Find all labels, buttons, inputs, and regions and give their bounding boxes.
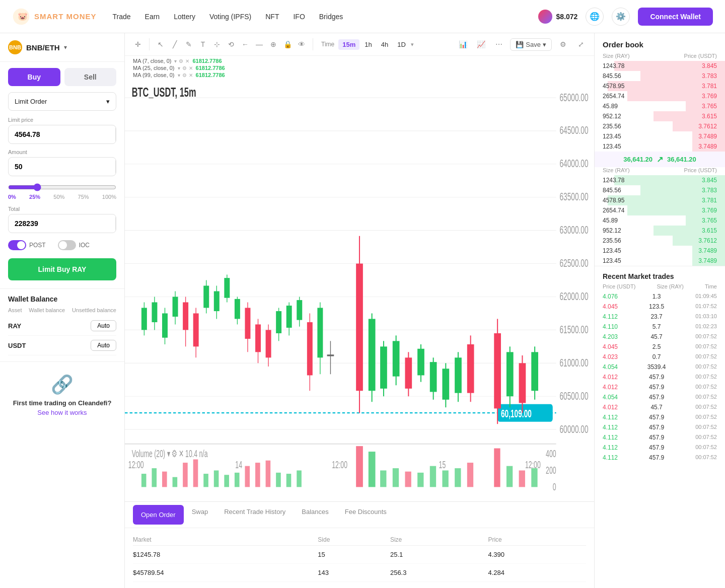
connect-wallet-button[interactable]: Connect Wallet: [638, 8, 713, 26]
cursor-icon[interactable]: ↖: [154, 37, 168, 51]
ma-7-close-icon[interactable]: ✕: [185, 58, 189, 64]
ma-7-eye-icon[interactable]: ▾: [174, 58, 177, 64]
tab-swap[interactable]: Swap: [184, 502, 216, 528]
order-type-dropdown[interactable]: Limit Order ▾: [8, 92, 116, 111]
ma-25-close-icon[interactable]: ✕: [189, 65, 193, 71]
limit-price-input[interactable]: [9, 125, 115, 143]
tab-open-order[interactable]: Open Order: [133, 505, 184, 525]
settings-chart-icon[interactable]: ⋯: [492, 37, 506, 51]
nav-ifo[interactable]: IFO: [293, 13, 305, 21]
bid-row[interactable]: 45.89 3.765: [595, 215, 725, 226]
rt-time: 00:07:52: [695, 343, 717, 350]
bid-row[interactable]: 952.12 3.615: [595, 226, 725, 236]
buy-button[interactable]: Buy: [8, 68, 60, 86]
ma-7-settings-icon[interactable]: ⚙: [179, 58, 183, 64]
limit-buy-button[interactable]: Limit Buy RAY: [8, 258, 116, 280]
promo-link[interactable]: See how it works: [37, 409, 87, 416]
time-selector: Time 15m 1h 4h 1D ▾: [321, 39, 414, 50]
back-icon[interactable]: ←: [238, 37, 252, 51]
tab-balances[interactable]: Balances: [294, 502, 336, 528]
draw-icon[interactable]: ✎: [182, 37, 196, 51]
ask-row[interactable]: 952.12 3.615: [595, 111, 725, 121]
time-15m[interactable]: 15m: [338, 39, 359, 50]
ask-row[interactable]: 1243.78 3.845: [595, 61, 725, 71]
ma-7-controls: ▾ ⚙ ✕: [174, 58, 189, 64]
magnet-icon[interactable]: ⟲: [224, 37, 238, 51]
tab-fee-discounts[interactable]: Fee Discounts: [337, 502, 395, 528]
svg-rect-109: [235, 473, 240, 487]
chart-settings-icon[interactable]: ⚙: [556, 37, 570, 51]
auto-button-ray[interactable]: Auto: [91, 320, 116, 331]
bid-row[interactable]: 123.45 3.7489: [595, 246, 725, 256]
ask-row[interactable]: 235.56 3.7612: [595, 121, 725, 131]
trendline-icon[interactable]: ╱: [168, 37, 182, 51]
bid-row[interactable]: 235.56 3.7612: [595, 236, 725, 246]
nav-voting[interactable]: Voting (IPFS): [209, 13, 251, 21]
ask-row[interactable]: 123.45 3.7489: [595, 131, 725, 141]
candlestick-icon[interactable]: 📈: [474, 37, 488, 51]
fullscreen-icon[interactable]: ⤢: [574, 37, 588, 51]
logo[interactable]: 🐷 SMART MONEY: [12, 8, 97, 26]
nav-trade[interactable]: Trade: [113, 13, 131, 21]
amount-input[interactable]: [9, 158, 115, 176]
ma-25-settings-icon[interactable]: ⚙: [182, 65, 187, 71]
ma-99-eye-icon[interactable]: ▾: [178, 72, 180, 78]
ask-row[interactable]: 4578.95 3.781: [595, 81, 725, 91]
eye-icon[interactable]: 👁: [295, 37, 309, 51]
amount-group: Amount ETH ▾: [8, 149, 116, 176]
limit-price-token-select[interactable]: BNB ▾: [115, 125, 116, 143]
total-token-select[interactable]: BNB ▾: [115, 214, 116, 233]
nav-bridges[interactable]: Bridges: [319, 13, 343, 21]
total-input[interactable]: [9, 214, 115, 233]
save-button[interactable]: 💾 Save ▾: [510, 38, 552, 51]
ioc-toggle[interactable]: [58, 240, 76, 250]
table-row[interactable]: $1245.78 15 25.1 4.390: [133, 546, 586, 564]
bid-row[interactable]: 2654.74 3.769: [595, 205, 725, 215]
nav-earn[interactable]: Earn: [145, 13, 160, 21]
pair-selector[interactable]: BNB BNB/ETH ▾: [0, 33, 124, 62]
time-1d[interactable]: 1D: [393, 39, 410, 50]
time-4h[interactable]: 4h: [377, 39, 392, 50]
bid-row[interactable]: 845.56 3.783: [595, 185, 725, 195]
crosshair-icon[interactable]: ✛: [131, 37, 145, 51]
save-label: Save: [526, 41, 541, 48]
slider-label-25: 25%: [29, 194, 40, 200]
limit-price-input-wrapper: BNB ▾: [8, 125, 116, 144]
ob-ask-size: 45.89: [603, 103, 618, 110]
ask-row[interactable]: 2654.74 3.769: [595, 91, 725, 101]
time-more-icon[interactable]: ▾: [411, 41, 414, 48]
bar-chart-icon[interactable]: 📊: [456, 37, 470, 51]
sell-button[interactable]: Sell: [64, 68, 117, 86]
ma-99-close-icon[interactable]: ✕: [189, 72, 193, 78]
post-toggle[interactable]: [8, 240, 26, 250]
auto-button-usdt[interactable]: Auto: [91, 340, 116, 351]
ma-99-settings-icon[interactable]: ⚙: [182, 72, 187, 78]
text-icon[interactable]: T: [196, 37, 210, 51]
eraser-icon[interactable]: ⊕: [266, 37, 280, 51]
time-1h[interactable]: 1h: [360, 39, 376, 50]
globe-button[interactable]: 🌐: [586, 8, 604, 26]
ask-row[interactable]: 123.45 3.7489: [595, 141, 725, 152]
chart-area[interactable]: 65000.00 64500.00 64000.00 63500.00 6300…: [125, 81, 594, 501]
order-type-label: Limit Order: [15, 98, 47, 105]
tab-recent-trade-history[interactable]: Recent Trade History: [216, 502, 294, 528]
amount-token-select[interactable]: ETH ▾: [115, 158, 116, 176]
rt-price: 4.076: [603, 293, 618, 300]
bid-row[interactable]: 1243.78 3.845: [595, 175, 725, 185]
amount-slider[interactable]: [8, 183, 116, 191]
ruler-icon[interactable]: —: [252, 37, 266, 51]
ask-row[interactable]: 845.56 3.783: [595, 71, 725, 81]
table-row[interactable]: $45789.54 143 256.3 4.284: [133, 564, 586, 582]
ask-row[interactable]: 45.89 3.765: [595, 101, 725, 111]
bid-row[interactable]: 123.45 3.7489: [595, 256, 725, 266]
rt-time: 00:07:52: [695, 434, 717, 441]
lock-icon[interactable]: 🔒: [280, 37, 295, 51]
measure-icon[interactable]: ⊹: [210, 37, 224, 51]
settings-button[interactable]: ⚙️: [612, 8, 630, 26]
nav-lottery[interactable]: Lottery: [174, 13, 195, 21]
rt-time: 00:07:52: [695, 374, 717, 381]
ma-25-eye-icon[interactable]: ▾: [178, 65, 180, 71]
bid-row[interactable]: 4578.95 3.781: [595, 195, 725, 205]
nav-nft[interactable]: NFT: [265, 13, 279, 21]
cell-size: 256.3: [390, 564, 488, 582]
